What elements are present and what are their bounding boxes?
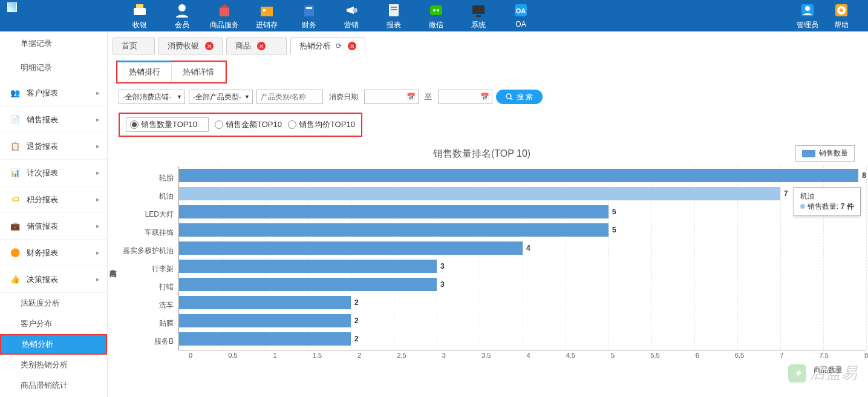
product-search-input[interactable]	[256, 90, 323, 104]
chevron-right-icon: ▸	[96, 249, 100, 257]
radio-label: 销售金额TOP10	[226, 119, 282, 130]
page-tab[interactable]: 消费收银✕	[158, 38, 223, 54]
svg-rect-16	[476, 15, 481, 17]
page-tab[interactable]: 热销分析⟳✕	[290, 38, 365, 54]
sidebar-group[interactable]: 👍决策报表▸	[0, 266, 107, 293]
chart-bar-row[interactable]: 4	[179, 239, 866, 257]
chart-bar-row[interactable]: 3	[179, 257, 866, 275]
topnav-marketing[interactable]: 营销	[330, 2, 373, 30]
chart-bar-row[interactable]: 2	[179, 294, 866, 312]
sidebar-group[interactable]: 📄销售报表▸	[0, 107, 107, 133]
chart-bar-value: 4	[526, 244, 530, 252]
chevron-right-icon: ▸	[96, 222, 100, 230]
chart-bar	[179, 332, 351, 346]
topnav-label: 会员	[175, 20, 189, 30]
chart-bar-row[interactable]: 7	[179, 185, 866, 203]
sidebar-group[interactable]: 📋退货报表▸	[0, 133, 107, 160]
chart-metric-radios: 销售数量TOP10销售金额TOP10销售均价TOP10	[119, 113, 362, 137]
y-axis-categories: 轮胎机油LED大灯车载挂饰嘉实多极护机油行李架打蜡洗车贴膜服务B	[118, 166, 178, 350]
sidebar-group-icon: 👥	[10, 88, 21, 99]
metric-radio[interactable]: 销售均价TOP10	[288, 119, 355, 130]
topnav-admin[interactable]: 管理员	[791, 2, 824, 30]
chart-bar-row[interactable]: 3	[179, 275, 866, 294]
chart-bar	[179, 278, 437, 291]
report-icon	[385, 2, 402, 19]
chart-bar-value: 5	[612, 208, 616, 216]
chart-bar	[179, 223, 609, 237]
topnav-report[interactable]: 报表	[373, 2, 415, 30]
topnav-help[interactable]: 帮助	[824, 2, 858, 30]
chevron-right-icon: ▸	[96, 195, 100, 203]
svg-rect-0	[134, 8, 146, 15]
store-select[interactable]: -全部消费店铺-▼	[119, 90, 185, 104]
metric-radio[interactable]: 销售数量TOP10	[126, 117, 209, 132]
topnav-cashier[interactable]: 收银	[119, 2, 161, 30]
topnav-label: 商品服务	[210, 20, 239, 30]
chart-bar-value: 2	[354, 298, 359, 307]
chevron-right-icon: ▸	[96, 142, 100, 150]
chart-bar-row[interactable]: 8	[179, 166, 866, 185]
topnav-goods[interactable]: 商品服务	[203, 2, 246, 30]
chevron-right-icon: ▸	[96, 116, 100, 123]
sidebar-group[interactable]: 💼储值报表▸	[0, 213, 107, 240]
top-navbar: 收银会员商品服务进销存财务营销报表微信系统OAOA 管理员帮助	[0, 0, 868, 31]
topnav-oa[interactable]: OAOA	[500, 2, 542, 30]
svg-point-14	[437, 9, 439, 11]
help-icon	[833, 2, 850, 19]
broken-image-icon	[7, 2, 17, 12]
search-button[interactable]: 搜 索	[496, 90, 543, 104]
chart-bar-row[interactable]: 5	[179, 203, 866, 221]
sidebar-sub-item[interactable]: 商品滞销统计	[0, 375, 107, 396]
page-tab[interactable]: 首页	[113, 38, 155, 54]
date-to-input[interactable]: 📅	[438, 90, 492, 104]
sidebar-sub-item[interactable]: 活跃度分析	[0, 293, 107, 313]
close-icon[interactable]: ✕	[348, 42, 356, 50]
topnav-wechat[interactable]: 微信	[415, 2, 457, 30]
topnav-inventory[interactable]: 进销存	[246, 2, 288, 30]
svg-rect-10	[391, 7, 397, 8]
topnav-label: OA	[515, 20, 526, 28]
sidebar-group[interactable]: 🟠财务报表▸	[0, 240, 107, 266]
date-from-input[interactable]: 📅	[364, 90, 419, 104]
chart-bar-value: 8	[862, 171, 866, 180]
member-icon	[174, 2, 191, 19]
sidebar-group-label: 销售报表	[27, 114, 58, 125]
sidebar-group[interactable]: 📊计次报表▸	[0, 160, 107, 186]
svg-rect-11	[391, 9, 397, 10]
y-axis-label: 商品名称	[108, 166, 118, 361]
chart-bar	[179, 187, 780, 200]
topnav-system[interactable]: 系统	[457, 2, 500, 30]
chart-bars: 8755433222	[178, 166, 866, 350]
svg-point-23	[840, 8, 843, 12]
metric-radio[interactable]: 销售金额TOP10	[215, 119, 282, 130]
sidebar-sub-item[interactable]: 类别热销分析	[0, 355, 107, 375]
sidebar: 单据记录明细记录 👥客户报表▸📄销售报表▸📋退货报表▸📊计次报表▸🏷积分报表▸💼…	[0, 31, 108, 397]
tab-label: 消费收银	[168, 41, 199, 51]
sidebar-item[interactable]: 单据记录	[0, 31, 107, 56]
page-tab[interactable]: 商品✕	[226, 38, 287, 54]
tab-label: 热销分析	[299, 41, 331, 51]
sidebar-sub-item[interactable]: 热销分析	[0, 334, 107, 355]
subtab[interactable]: 热销排行	[117, 62, 171, 82]
sidebar-group[interactable]: 👥客户报表▸	[0, 80, 107, 107]
sidebar-group[interactable]: 🏷积分报表▸	[0, 186, 107, 213]
topnav-label: 管理员	[797, 20, 818, 30]
refresh-icon[interactable]: ⟳	[336, 42, 342, 50]
chart-bar-row[interactable]: 2	[179, 312, 866, 330]
chevron-down-icon: ▼	[244, 94, 250, 100]
subtab[interactable]: 热销详情	[171, 62, 226, 82]
sidebar-item[interactable]: 明细记录	[0, 56, 107, 80]
finance-icon	[301, 2, 318, 19]
topnav-finance[interactable]: 财务	[288, 2, 330, 30]
close-icon[interactable]: ✕	[257, 42, 266, 50]
sidebar-sub-item[interactable]: 客户分布	[0, 313, 107, 334]
topnav-label: 营销	[344, 20, 359, 30]
topnav-label: 帮助	[834, 20, 849, 30]
product-type-select[interactable]: -全部产品类型-▼	[189, 90, 253, 104]
chart-bar-row[interactable]: 2	[179, 330, 866, 348]
chart-bar-row[interactable]: 5	[179, 221, 866, 239]
system-icon	[470, 2, 487, 19]
topnav-member[interactable]: 会员	[161, 2, 203, 30]
goods-icon	[216, 2, 233, 19]
close-icon[interactable]: ✕	[205, 42, 214, 50]
